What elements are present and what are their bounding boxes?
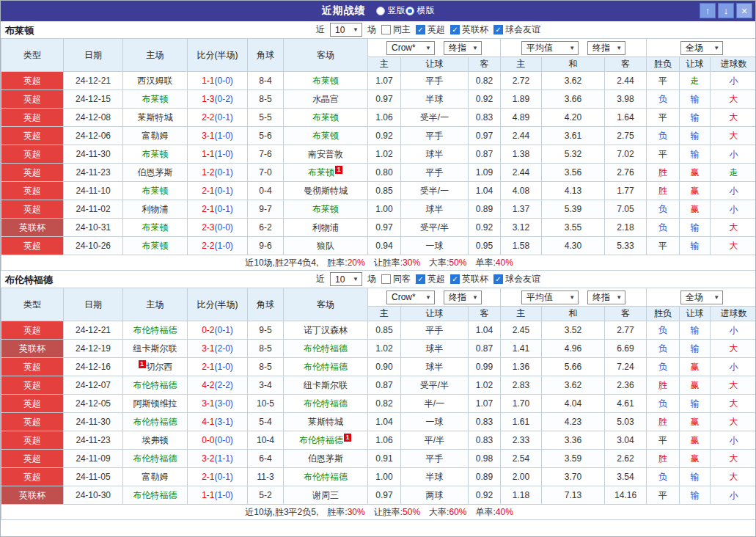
league-cell: 英超 [1, 145, 64, 164]
result-outcome-cell: 负 [647, 219, 680, 237]
match-row: 英超24-11-23伯恩茅斯1-2(0-1)7-0布莱顿10.80平手1.092… [1, 164, 756, 182]
scope-select[interactable]: 全场▼ [680, 291, 723, 304]
filter-checkbox-2[interactable]: ✓英联杯 [450, 23, 488, 36]
summary-record: 近10场,胜3平2负5, [245, 507, 318, 517]
team-label: 南安普敦 [308, 149, 343, 159]
team-label: 布伦特福德 [304, 362, 348, 372]
sub-column-header: 客 [605, 307, 647, 321]
team-label: 布莱顿 [142, 222, 169, 233]
handicap-line-cell: 平/半 [401, 431, 469, 450]
sub-column-header: 主 [368, 307, 401, 321]
team-label: 切尔西 [147, 362, 173, 372]
match-row: 英超24-11-23埃弗顿0-0(0-0)10-4布伦特福德11.06平/半0.… [1, 431, 756, 450]
handicap-line-cell: 球半 [401, 145, 469, 164]
score-cell: 2-2(1-0) [188, 237, 248, 255]
score-cell: 3-1(3-0) [188, 395, 248, 413]
league-cell: 英超 [1, 358, 64, 376]
asian-home-odds: 0.94 [368, 237, 401, 255]
away-team-cell: 布莱顿 [284, 109, 368, 127]
filter-checkbox-0[interactable]: 同客 [381, 273, 411, 285]
odds-source-select[interactable]: Crow*▼ [386, 291, 435, 304]
team-label: 伯恩茅斯 [138, 167, 173, 178]
scope-select[interactable]: 全场▼ [680, 41, 723, 55]
recent-count-select[interactable]: 10▼ [330, 272, 362, 286]
filter-checkbox-1[interactable]: ✓英超 [416, 23, 445, 36]
select-value: 全场 [686, 42, 709, 54]
euro-home-odds: 1.36 [501, 358, 542, 376]
team-label: 布莱顿 [308, 167, 334, 178]
filter-checkbox-3[interactable]: ✓球会友谊 [493, 273, 540, 285]
result-goals-cell: 小 [711, 200, 756, 219]
scroll-down-button[interactable]: ↓ [718, 3, 734, 18]
close-button[interactable]: × [736, 3, 752, 18]
halftime-score: (0-0) [215, 76, 233, 86]
filter-checkbox-3[interactable]: ✓球会友谊 [493, 23, 540, 36]
layout-option-1[interactable]: 横版 [405, 4, 435, 17]
score-cell: 4-1(3-1) [188, 413, 248, 431]
checkbox-icon [381, 274, 391, 284]
league-cell: 英超 [1, 468, 64, 486]
away-team-cell: 布伦特福德 [284, 395, 368, 413]
league-cell: 英超 [1, 413, 64, 431]
odds-source-select[interactable]: Crow*▼ [386, 41, 435, 55]
filter-checkbox-0[interactable]: 同主 [381, 23, 411, 36]
corners-cell: 9-6 [248, 237, 284, 255]
home-team-cell: 富勒姆 [123, 127, 188, 145]
result-goals-cell: 大 [711, 468, 756, 486]
checkbox-icon: ✓ [450, 25, 460, 34]
team-label: 布伦特福德 [133, 453, 177, 464]
odds-period-select[interactable]: 终指▼ [444, 291, 482, 304]
league-cell: 英超 [1, 109, 64, 127]
asian-home-odds: 0.91 [368, 450, 401, 468]
scroll-up-button[interactable]: ↑ [700, 3, 716, 18]
euro-period-select[interactable]: 终指▼ [587, 41, 625, 55]
euro-period-select[interactable]: 终指▼ [587, 291, 625, 304]
result-handicap-cell: 输 [680, 468, 711, 486]
asian-away-odds: 0.92 [469, 219, 501, 237]
euro-away-odds: 1.77 [605, 182, 647, 200]
corners-cell: 3-4 [248, 376, 284, 395]
header-row-1: 类型日期主场比分(半场)角球客场Crow*▼终指▼平均值▼终指▼全场▼ [1, 39, 756, 57]
date-cell: 24-11-09 [64, 450, 123, 468]
result-handicap-cell: 输 [680, 145, 711, 164]
filter-checkbox-2[interactable]: ✓英联杯 [450, 273, 488, 285]
away-team-cell: 布莱顿 [284, 127, 368, 145]
corners-cell: 8-4 [248, 72, 284, 90]
score-cell: 2-1(0-1) [188, 468, 248, 486]
layout-option-0[interactable]: 竖版 [376, 4, 405, 17]
date-cell: 24-12-16 [64, 358, 123, 376]
filter-checkbox-1[interactable]: ✓英超 [416, 273, 445, 285]
euro-away-odds: 5.03 [605, 413, 647, 431]
result-handicap-cell: 输 [680, 90, 711, 109]
result-outcome-cell: 负 [647, 395, 680, 413]
result-outcome-cell: 胜 [647, 450, 680, 468]
result-goals-cell: 大 [711, 376, 756, 395]
match-row: 英超24-12-08莱斯特城2-2(0-1)5-5布莱顿1.06受半/一0.83… [1, 109, 756, 127]
euro-draw-odds: 3.36 [542, 431, 605, 450]
recent-count-select[interactable]: 10▼ [330, 23, 362, 37]
euro-home-odds: 2.00 [501, 468, 542, 486]
score-cell: 2-1(0-1) [188, 182, 248, 200]
result-handicap-cell: 输 [680, 109, 711, 127]
odds-period-select[interactable]: 终指▼ [444, 41, 482, 55]
sub-column-header: 让球 [680, 307, 711, 321]
asian-home-odds: 1.04 [368, 413, 401, 431]
euro-home-odds: 1.18 [501, 486, 542, 505]
euro-source-select[interactable]: 平均值▼ [521, 291, 579, 304]
match-row: 英超24-12-21布伦特福德0-2(0-1)9-5诺丁汉森林0.85平手1.0… [1, 321, 756, 340]
match-row: 英超24-12-21西汉姆联1-1(0-0)8-4布莱顿1.07平手0.822.… [1, 72, 756, 90]
euro-draw-odds: 4.96 [542, 340, 605, 358]
fulltime-score: 4-1 [202, 417, 214, 427]
asian-home-odds: 1.06 [368, 109, 401, 127]
halftime-score: (0-1) [215, 325, 233, 335]
date-cell: 24-12-07 [64, 376, 123, 395]
match-row: 英超24-12-06富勒姆3-1(1-0)5-6布莱顿0.92平手0.972.4… [1, 127, 756, 145]
halftime-score: (1-0) [215, 490, 233, 500]
red-card-badge: 1 [139, 360, 146, 368]
halftime-score: (0-0) [215, 435, 233, 445]
layout-radio-group: 竖版横版 [376, 4, 435, 18]
asian-home-odds: 0.87 [368, 376, 401, 395]
euro-source-select[interactable]: 平均值▼ [521, 41, 579, 55]
select-value: 终指 [449, 42, 468, 54]
euro-draw-odds: 3.66 [542, 90, 605, 109]
